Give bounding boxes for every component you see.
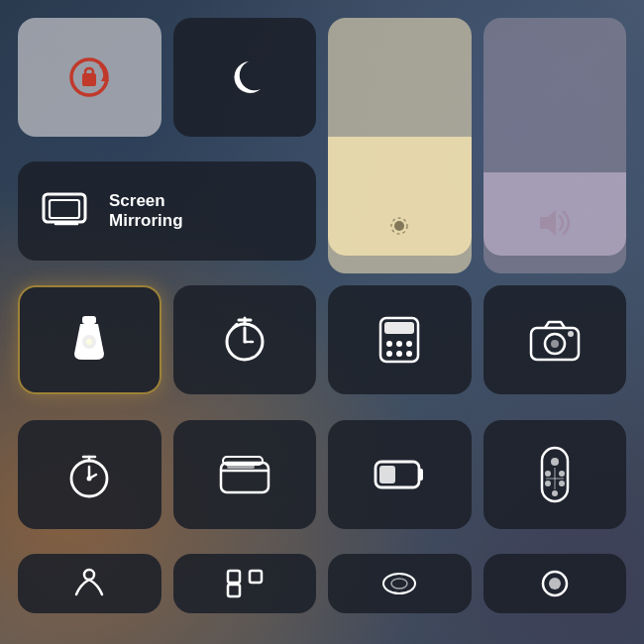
svg-point-33 bbox=[87, 476, 92, 481]
svg-rect-53 bbox=[228, 585, 240, 596]
flashlight-icon bbox=[68, 314, 110, 366]
moon-icon bbox=[221, 54, 268, 101]
wallet-icon bbox=[219, 453, 270, 496]
bottom-tile-1[interactable] bbox=[18, 554, 161, 613]
svg-marker-6 bbox=[540, 210, 556, 236]
bottom-tile-3[interactable] bbox=[328, 554, 472, 613]
do-not-disturb-tile[interactable] bbox=[173, 18, 317, 137]
flashlight-tile[interactable] bbox=[18, 285, 161, 394]
svg-point-18 bbox=[386, 341, 392, 347]
calculator-icon bbox=[376, 314, 422, 366]
stopwatch-tile[interactable] bbox=[18, 420, 161, 529]
rotation-lock-tile[interactable] bbox=[18, 18, 161, 137]
svg-rect-39 bbox=[379, 466, 395, 483]
svg-point-20 bbox=[406, 341, 412, 347]
battery-tile[interactable] bbox=[328, 420, 472, 529]
tv-remote-tile[interactable] bbox=[483, 420, 627, 529]
volume-tile[interactable] bbox=[483, 18, 627, 273]
svg-point-26 bbox=[551, 340, 559, 348]
accessibility-icon bbox=[70, 569, 108, 598]
screen-mirroring-tile[interactable]: Screen Mirroring bbox=[18, 161, 316, 261]
svg-point-41 bbox=[551, 458, 559, 466]
svg-rect-8 bbox=[50, 200, 79, 218]
scan-icon bbox=[226, 569, 264, 598]
svg-rect-36 bbox=[227, 465, 255, 469]
brightness-tile[interactable] bbox=[328, 18, 472, 273]
screen-mirroring-title: Screen bbox=[109, 191, 183, 211]
screen-record-icon bbox=[536, 569, 574, 598]
volume-icon bbox=[483, 206, 627, 240]
svg-rect-10 bbox=[82, 316, 96, 324]
svg-rect-38 bbox=[419, 469, 423, 481]
svg-point-50 bbox=[84, 570, 94, 580]
rotation-lock-icon bbox=[63, 52, 115, 103]
battery-icon bbox=[374, 456, 425, 493]
siri-icon bbox=[380, 569, 418, 598]
svg-point-19 bbox=[396, 341, 402, 347]
svg-point-45 bbox=[559, 481, 565, 486]
control-center-grid: Screen Mirroring bbox=[18, 18, 626, 626]
screen-mirroring-text: Screen Mirroring bbox=[109, 191, 183, 232]
svg-point-12 bbox=[86, 339, 92, 345]
bottom-tile-2[interactable] bbox=[173, 554, 317, 613]
svg-point-46 bbox=[552, 490, 558, 496]
svg-rect-3 bbox=[85, 68, 93, 75]
svg-point-57 bbox=[549, 578, 561, 590]
screen-mirroring-icon bbox=[42, 192, 91, 230]
svg-point-21 bbox=[386, 351, 392, 357]
tv-remote-icon bbox=[540, 446, 570, 503]
svg-point-44 bbox=[545, 481, 551, 486]
svg-rect-51 bbox=[228, 571, 240, 583]
stopwatch-icon bbox=[63, 449, 115, 500]
camera-tile[interactable] bbox=[483, 285, 627, 394]
svg-point-54 bbox=[383, 574, 415, 593]
svg-point-23 bbox=[406, 351, 412, 357]
svg-point-55 bbox=[391, 579, 407, 589]
timer-icon bbox=[219, 314, 270, 366]
camera-icon bbox=[529, 318, 581, 362]
svg-rect-52 bbox=[250, 571, 262, 583]
calculator-tile[interactable] bbox=[328, 285, 472, 394]
bottom-tile-4[interactable] bbox=[483, 554, 627, 613]
screen-mirroring-subtitle: Mirroring bbox=[109, 211, 183, 231]
svg-point-22 bbox=[396, 351, 402, 357]
svg-point-42 bbox=[545, 471, 551, 477]
timer-tile[interactable] bbox=[173, 285, 317, 394]
control-center-background: Screen Mirroring bbox=[0, 0, 644, 644]
svg-point-27 bbox=[568, 331, 574, 337]
svg-rect-17 bbox=[384, 322, 414, 334]
svg-point-43 bbox=[559, 471, 565, 477]
brightness-icon bbox=[328, 212, 472, 240]
wallet-tile[interactable] bbox=[173, 420, 317, 529]
svg-point-4 bbox=[394, 221, 404, 231]
